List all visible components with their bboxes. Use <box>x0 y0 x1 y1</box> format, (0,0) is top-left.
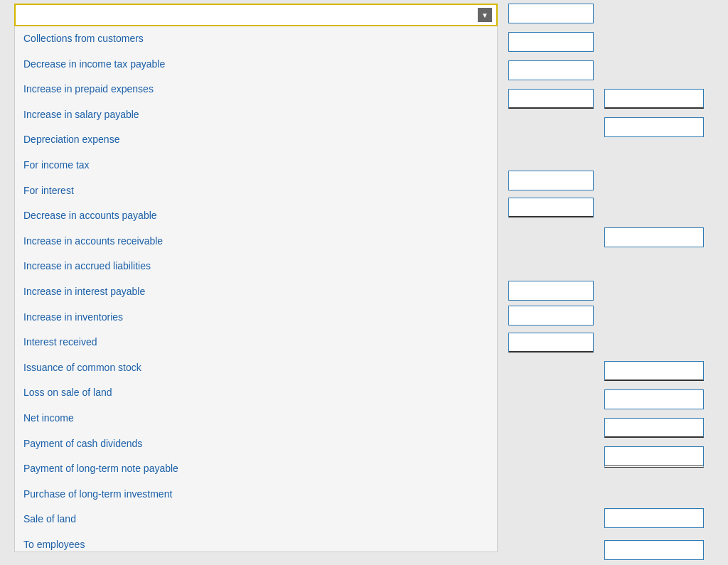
input-field-box12[interactable] <box>508 333 594 353</box>
dropdown-container: ▼ Collections from customersDecrease in … <box>14 4 498 552</box>
dropdown-item[interactable]: Increase in salary payable <box>15 102 497 128</box>
dropdown-list: Collections from customersDecrease in in… <box>14 26 498 552</box>
input-field-box5[interactable] <box>604 89 704 109</box>
input-field-box16[interactable] <box>604 446 704 468</box>
dropdown-select[interactable]: ▼ <box>14 4 498 26</box>
dropdown-item[interactable]: Increase in accrued liabilities <box>15 254 497 279</box>
input-field-box10[interactable] <box>508 281 594 301</box>
dropdown-item[interactable]: For income tax <box>15 153 497 178</box>
dropdown-item[interactable]: Net income <box>15 406 497 431</box>
input-field-box1[interactable] <box>508 4 594 23</box>
dropdown-item[interactable]: Payment of long-term note payable <box>15 456 497 482</box>
input-field-box14[interactable] <box>604 389 704 409</box>
dropdown-item[interactable]: Loss on sale of land <box>15 380 497 406</box>
input-field-box18[interactable] <box>604 540 704 560</box>
dropdown-item[interactable]: Issuance of common stock <box>15 355 497 381</box>
input-field-box13[interactable] <box>604 361 704 381</box>
input-field-box6[interactable] <box>604 117 704 137</box>
dropdown-item[interactable]: For interest <box>15 178 497 204</box>
dropdown-item[interactable]: Decrease in accounts payable <box>15 203 497 229</box>
dropdown-item[interactable]: Sale of land <box>15 507 497 532</box>
dropdown-item[interactable]: Increase in inventories <box>15 305 497 330</box>
dropdown-item[interactable]: Payment of cash dividends <box>15 431 497 457</box>
input-field-box15[interactable] <box>604 418 704 438</box>
dropdown-item[interactable]: Purchase of long-term investment <box>15 482 497 507</box>
input-field-box2[interactable] <box>508 32 594 52</box>
input-field-box9[interactable] <box>604 227 704 247</box>
dropdown-item[interactable]: Increase in interest payable <box>15 279 497 305</box>
input-field-box8[interactable] <box>508 198 594 217</box>
input-field-box3[interactable] <box>508 60 594 80</box>
input-field-box4[interactable] <box>508 89 594 109</box>
dropdown-item[interactable]: Collections from customers <box>15 26 497 52</box>
dropdown-item[interactable]: Interest received <box>15 330 497 355</box>
input-field-box11[interactable] <box>508 306 594 325</box>
dropdown-item[interactable]: Decrease in income tax payable <box>15 52 497 77</box>
dropdown-item[interactable]: Depreciation expense <box>15 127 497 153</box>
dropdown-item[interactable]: Increase in prepaid expenses <box>15 77 497 102</box>
page-container: ▼ Collections from customersDecrease in … <box>0 0 728 565</box>
right-inputs-area <box>498 0 728 565</box>
input-field-box17[interactable] <box>604 508 704 528</box>
dropdown-item[interactable]: To employees <box>15 532 497 552</box>
input-field-box7[interactable] <box>508 171 594 190</box>
dropdown-arrow-icon[interactable]: ▼ <box>478 8 492 22</box>
dropdown-item[interactable]: Increase in accounts receivable <box>15 229 497 254</box>
